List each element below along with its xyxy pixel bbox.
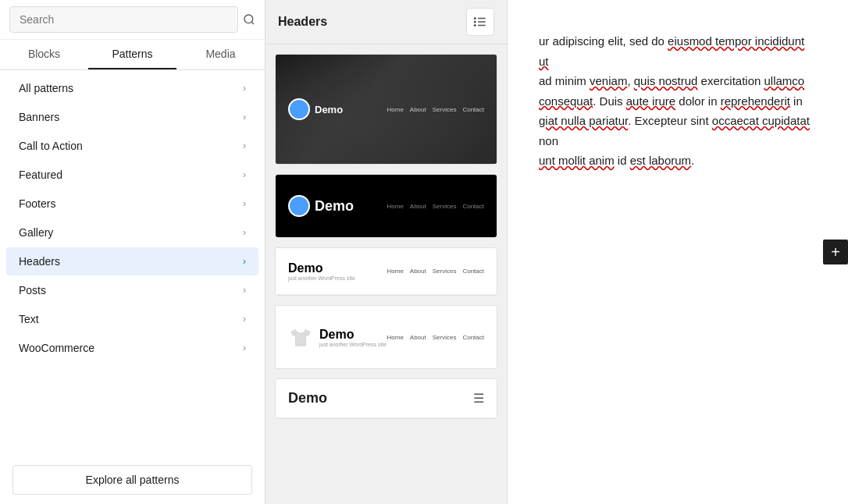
- content-text: ur adipiscing elit, sed do eiusmod tempo…: [539, 31, 817, 171]
- sidebar-item-label: Gallery: [19, 226, 53, 239]
- add-block-button[interactable]: +: [823, 240, 848, 264]
- plus-icon: +: [831, 243, 840, 261]
- patterns-list: Demo Home About Services Contact Demo Ho…: [265, 44, 507, 504]
- pattern-logo: Demo just another WordPress site: [288, 326, 387, 348]
- chevron-icon: ›: [243, 314, 246, 325]
- sidebar-item-label: All patterns: [19, 82, 73, 94]
- tab-media[interactable]: Media: [176, 40, 265, 69]
- svg-point-0: [244, 15, 253, 23]
- content-area: ur adipiscing elit, sed do eiusmod tempo…: [508, 0, 848, 504]
- logo-text: Demo: [288, 390, 327, 406]
- chevron-icon: ›: [243, 83, 246, 94]
- chevron-icon: ›: [243, 227, 246, 238]
- pattern-nav: Home About Services Contact: [387, 203, 484, 210]
- chevron-icon: ›: [243, 256, 246, 267]
- pattern-logo: Demo: [288, 98, 343, 120]
- filter-button[interactable]: [466, 8, 494, 36]
- pattern-logo: Demo just another WordPress site: [288, 261, 355, 281]
- sidebar-item-label: WooCommerce: [19, 342, 94, 354]
- center-panel-title: Headers: [278, 15, 327, 29]
- sidebar-item-label: Call to Action: [19, 140, 83, 152]
- chevron-icon: ›: [243, 198, 246, 209]
- pattern-card-black[interactable]: Demo Home About Services Contact: [275, 174, 497, 238]
- tab-blocks[interactable]: Blocks: [0, 40, 88, 69]
- logo-text: Demo: [315, 104, 343, 115]
- center-panel: Headers Demo Home Ab: [265, 0, 508, 504]
- sidebar-item-label: Footers: [19, 197, 55, 210]
- sidebar-item-all-patterns[interactable]: All patterns ›: [6, 74, 258, 102]
- sidebar-item-label: Banners: [19, 111, 59, 123]
- search-icon: [243, 13, 255, 26]
- sidebar-item-featured[interactable]: Featured ›: [6, 161, 258, 189]
- pattern-nav: Home About Services Contact: [387, 334, 484, 341]
- pattern-logo: Demo: [288, 195, 354, 217]
- search-input[interactable]: [9, 6, 238, 33]
- sidebar-item-headers[interactable]: Headers ›: [6, 247, 258, 275]
- sidebar-item-gallery[interactable]: Gallery ›: [6, 218, 258, 247]
- sidebar-item-text[interactable]: Text ›: [6, 305, 258, 333]
- chevron-icon: ›: [243, 140, 246, 151]
- pattern-card-white-simple[interactable]: Demo just another WordPress site Home Ab…: [275, 247, 497, 296]
- logo-text: Demo: [315, 198, 354, 215]
- chevron-icon: ›: [243, 343, 246, 353]
- sidebar: Blocks Patterns Media All patterns › Ban…: [0, 0, 265, 504]
- logo-circle: [288, 195, 310, 217]
- sidebar-item-label: Text: [19, 313, 39, 325]
- center-header: Headers: [265, 0, 507, 44]
- sidebar-item-posts[interactable]: Posts ›: [6, 276, 258, 304]
- pattern-card-simple-plain[interactable]: Demo ☰: [275, 378, 497, 419]
- svg-point-6: [474, 21, 476, 23]
- pattern-card-white-icon[interactable]: Demo just another WordPress site Home Ab…: [275, 305, 497, 369]
- hamburger-icon: ☰: [473, 391, 484, 406]
- sidebar-item-footers[interactable]: Footers ›: [6, 190, 258, 218]
- chevron-icon: ›: [243, 169, 246, 180]
- chevron-icon: ›: [243, 285, 246, 296]
- sidebar-item-banners[interactable]: Banners ›: [6, 103, 258, 131]
- search-button[interactable]: [243, 13, 255, 26]
- filter-icon: [473, 15, 487, 29]
- sidebar-item-call-to-action[interactable]: Call to Action ›: [6, 132, 258, 160]
- pattern-nav: Home About Services Contact: [387, 106, 484, 113]
- sidebar-item-woocommerce[interactable]: WooCommerce ›: [6, 334, 258, 362]
- search-bar: [0, 0, 265, 40]
- sidebar-item-label: Headers: [19, 255, 60, 268]
- tab-patterns[interactable]: Patterns: [88, 40, 176, 69]
- svg-point-5: [474, 17, 476, 20]
- sidebar-item-label: Featured: [19, 169, 62, 181]
- tshirt-icon: [288, 326, 313, 348]
- pattern-card-dark-forest[interactable]: Demo Home About Services Contact: [275, 54, 497, 165]
- tabs-bar: Blocks Patterns Media: [0, 40, 265, 70]
- pattern-categories-list: All patterns › Banners › Call to Action …: [0, 70, 265, 456]
- svg-point-7: [474, 24, 476, 27]
- logo-circle: [288, 98, 310, 120]
- chevron-icon: ›: [243, 112, 246, 122]
- sidebar-item-label: Posts: [19, 284, 46, 296]
- pattern-nav: Home About Services Contact: [387, 268, 484, 275]
- svg-line-1: [251, 22, 254, 24]
- explore-all-patterns-button[interactable]: Explore all patterns: [12, 465, 252, 495]
